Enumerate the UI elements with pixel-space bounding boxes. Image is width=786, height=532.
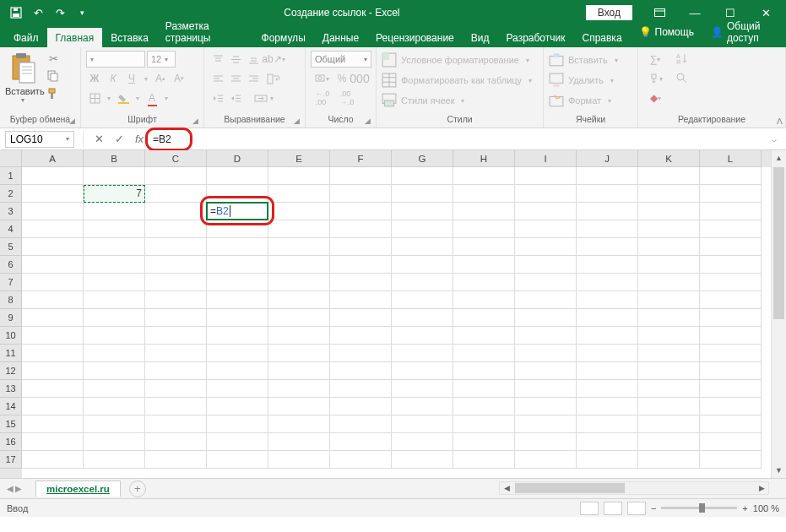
name-box[interactable]: LOG10▾ xyxy=(5,131,74,148)
clipboard-launcher-icon[interactable]: ◢ xyxy=(69,117,78,125)
formula-input[interactable]: =B2 xyxy=(149,131,766,148)
font-size-combo[interactable]: 12▾ xyxy=(147,51,176,68)
cell[interactable] xyxy=(84,327,145,345)
cell[interactable] xyxy=(515,256,577,274)
underline-button[interactable]: Ч xyxy=(123,70,140,87)
cell[interactable] xyxy=(700,345,762,362)
cell[interactable] xyxy=(700,362,762,380)
cell[interactable] xyxy=(207,167,268,185)
cell[interactable] xyxy=(453,327,515,345)
cell[interactable] xyxy=(453,167,515,185)
active-cell[interactable]: =B2 xyxy=(206,202,268,220)
format-as-table-button[interactable]: Форматировать как таблицу▾ xyxy=(382,71,532,90)
cell[interactable] xyxy=(700,167,762,185)
cell[interactable] xyxy=(638,185,700,203)
cell[interactable] xyxy=(577,274,638,291)
tab-home[interactable]: Главная xyxy=(47,28,103,47)
cell[interactable] xyxy=(515,167,577,185)
cell[interactable] xyxy=(84,309,145,327)
cell[interactable] xyxy=(268,238,330,256)
sheet-nav-next-icon[interactable]: ▶ xyxy=(15,484,22,493)
cell[interactable] xyxy=(392,185,453,203)
cell[interactable] xyxy=(22,167,84,185)
cell[interactable] xyxy=(268,274,330,291)
cell[interactable] xyxy=(145,291,207,309)
align-left-icon[interactable] xyxy=(209,70,226,87)
cell[interactable] xyxy=(22,380,84,398)
cell[interactable] xyxy=(84,203,145,220)
cell[interactable] xyxy=(145,451,207,469)
tab-data[interactable]: Данные xyxy=(314,28,367,47)
cell[interactable] xyxy=(577,327,638,345)
cell[interactable] xyxy=(453,345,515,362)
collapse-ribbon-icon[interactable]: ᐱ xyxy=(777,117,783,126)
cell[interactable] xyxy=(207,415,268,433)
cell[interactable] xyxy=(268,309,330,327)
cell[interactable] xyxy=(330,203,392,220)
cell[interactable] xyxy=(453,185,515,203)
cell[interactable] xyxy=(392,203,453,220)
cell[interactable] xyxy=(207,220,268,238)
cell[interactable] xyxy=(22,185,84,203)
normal-view-icon[interactable] xyxy=(580,502,599,515)
cell[interactable] xyxy=(638,256,700,274)
cell[interactable] xyxy=(330,327,392,345)
cell[interactable] xyxy=(330,362,392,380)
cell[interactable] xyxy=(207,362,268,380)
cell[interactable] xyxy=(638,451,700,469)
cell[interactable] xyxy=(515,362,577,380)
decrease-indent-icon[interactable] xyxy=(209,90,226,106)
tab-insert[interactable]: Вставка xyxy=(102,28,157,47)
cell[interactable] xyxy=(22,433,84,451)
cell[interactable] xyxy=(145,238,207,256)
cell[interactable] xyxy=(84,291,145,309)
select-all-corner[interactable] xyxy=(0,150,22,167)
cell[interactable] xyxy=(392,238,453,256)
cell[interactable] xyxy=(453,274,515,291)
align-middle-icon[interactable] xyxy=(227,51,244,68)
row-header[interactable]: 1 xyxy=(0,167,22,185)
cell[interactable] xyxy=(638,362,700,380)
cell[interactable] xyxy=(268,380,330,398)
cell[interactable] xyxy=(330,167,392,185)
col-header[interactable]: F xyxy=(330,150,392,167)
align-right-icon[interactable] xyxy=(245,70,262,87)
zoom-in-icon[interactable]: + xyxy=(742,503,747,513)
cell[interactable] xyxy=(577,433,638,451)
cell[interactable] xyxy=(268,203,330,220)
cell[interactable] xyxy=(700,309,762,327)
merge-icon[interactable]: ▾ xyxy=(245,90,282,106)
cell[interactable] xyxy=(145,362,207,380)
cell[interactable] xyxy=(22,345,84,362)
insert-cells-button[interactable]: Вставить▾ xyxy=(549,51,618,69)
zoom-slider[interactable] xyxy=(661,507,737,509)
cell[interactable] xyxy=(515,203,577,220)
cell[interactable] xyxy=(638,167,700,185)
cell[interactable] xyxy=(700,256,762,274)
cell[interactable] xyxy=(515,433,577,451)
cell[interactable] xyxy=(515,309,577,327)
cell[interactable] xyxy=(22,451,84,469)
cell[interactable] xyxy=(22,220,84,238)
paste-button[interactable]: Вставить ▾ xyxy=(5,51,41,104)
conditional-formatting-button[interactable]: Условное форматирование▾ xyxy=(382,51,532,69)
cell[interactable] xyxy=(145,415,207,433)
add-sheet-button[interactable]: + xyxy=(129,480,146,497)
cell[interactable] xyxy=(330,274,392,291)
col-header[interactable]: J xyxy=(577,150,638,167)
cell[interactable] xyxy=(515,274,577,291)
row-header[interactable]: 15 xyxy=(0,415,22,433)
cell[interactable] xyxy=(638,291,700,309)
cell[interactable] xyxy=(84,238,145,256)
share-button[interactable]: 👤Общий доступ xyxy=(702,16,779,47)
cell[interactable] xyxy=(84,274,145,291)
cell[interactable] xyxy=(392,167,453,185)
cell[interactable] xyxy=(330,398,392,415)
cell[interactable] xyxy=(700,203,762,220)
cell[interactable] xyxy=(577,291,638,309)
accounting-icon[interactable]: ▾ xyxy=(311,70,333,87)
cell[interactable] xyxy=(207,345,268,362)
cell[interactable] xyxy=(700,398,762,415)
col-header[interactable]: K xyxy=(638,150,700,167)
col-header[interactable]: E xyxy=(268,150,330,167)
